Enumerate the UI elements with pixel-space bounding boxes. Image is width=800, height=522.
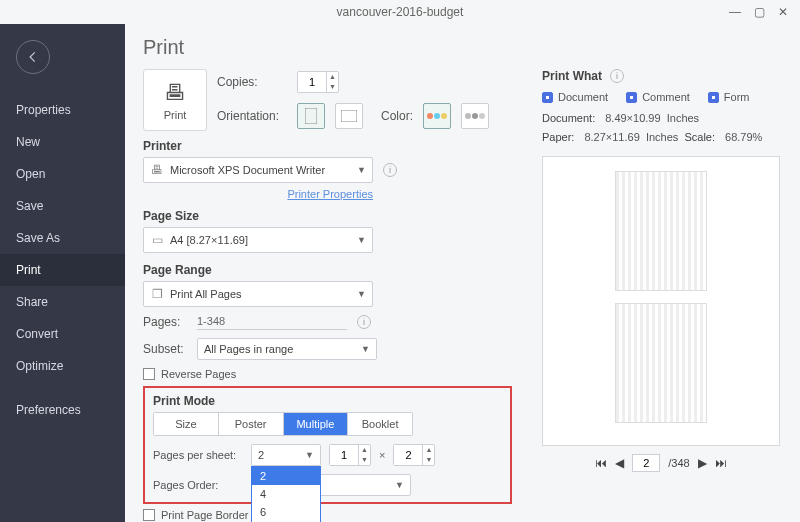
sidebar-item-new[interactable]: New (0, 126, 125, 158)
page-size-section-title: Page Size (143, 209, 512, 223)
chevron-down-icon: ▼ (357, 165, 366, 175)
portrait-icon (305, 108, 317, 124)
option-2[interactable]: 2 (252, 467, 320, 485)
pager-next-button[interactable]: ▶ (698, 456, 707, 470)
tab-poster[interactable]: Poster (219, 413, 284, 435)
print-button[interactable]: 🖶 Print (143, 69, 207, 131)
print-mode-title: Print Mode (153, 394, 502, 408)
color-label: Color: (381, 109, 413, 123)
printer-section-title: Printer (143, 139, 512, 153)
page-icon: ▭ (150, 233, 164, 247)
settings-column: 🖶 Print Copies: ▲▼ Orientation: (143, 69, 512, 522)
spinner-down-icon[interactable]: ▼ (423, 455, 434, 465)
minimize-button[interactable]: — (724, 5, 746, 19)
copies-spinner[interactable]: ▲▼ (297, 71, 339, 93)
page-range-select[interactable]: ❐ Print All Pages ▼ (143, 281, 373, 307)
sidebar-item-share[interactable]: Share (0, 286, 125, 318)
pages-per-sheet-dropdown[interactable]: 2 ▼ 2 4 6 9 16 Custom... (251, 444, 321, 466)
info-icon[interactable]: i (383, 163, 397, 177)
window-title: vancouver-2016-budget (337, 5, 464, 19)
grid-rows-spinner[interactable]: ▲▼ (393, 444, 435, 466)
print-what-comment[interactable]: Comment (626, 91, 690, 103)
main-panel: Print 🖶 Print Copies: ▲▼ (125, 24, 800, 522)
print-page-border-checkbox[interactable]: Print Page Border (143, 509, 512, 521)
sidebar-item-label: New (16, 135, 40, 149)
pages-order-label: Pages Order: (153, 479, 243, 491)
pages-per-sheet-label: Pages per sheet: (153, 449, 243, 461)
pager-total: /348 (668, 457, 689, 469)
sidebar-item-label: Print (16, 263, 41, 277)
pages-input[interactable] (197, 313, 347, 330)
pager-prev-button[interactable]: ◀ (615, 456, 624, 470)
sidebar-item-save-as[interactable]: Save As (0, 222, 125, 254)
subset-select[interactable]: All Pages in range ▼ (197, 338, 377, 360)
preview-page (615, 303, 707, 423)
sidebar-item-label: Properties (16, 103, 71, 117)
sidebar-item-label: Save (16, 199, 43, 213)
tab-booklet[interactable]: Booklet (348, 413, 412, 435)
page-range-value: Print All Pages (170, 288, 351, 300)
spinner-up-icon[interactable]: ▲ (423, 445, 434, 455)
grid-cols-spinner[interactable]: ▲▼ (329, 444, 371, 466)
chevron-down-icon: ▼ (357, 235, 366, 245)
info-icon[interactable]: i (357, 315, 371, 329)
printer-properties-link[interactable]: Printer Properties (287, 188, 373, 200)
spinner-up-icon[interactable]: ▲ (359, 445, 370, 455)
pager-last-button[interactable]: ⏭ (715, 456, 727, 470)
sidebar-item-optimize[interactable]: Optimize (0, 350, 125, 382)
grid-rows-input[interactable] (394, 445, 422, 465)
tab-size[interactable]: Size (154, 413, 219, 435)
sidebar-item-save[interactable]: Save (0, 190, 125, 222)
color-on-button[interactable] (423, 103, 451, 129)
back-button[interactable] (16, 40, 50, 74)
printer-value: Microsoft XPS Document Writer (170, 164, 351, 176)
pages-per-sheet-value: 2 (258, 449, 299, 461)
close-button[interactable]: ✕ (772, 5, 794, 19)
reverse-pages-label: Reverse Pages (161, 368, 236, 380)
svg-rect-0 (305, 108, 317, 124)
color-icon (427, 113, 447, 119)
pages-label: Pages: (143, 315, 187, 329)
option-4[interactable]: 4 (252, 485, 320, 503)
print-what-title: Print What (542, 69, 602, 83)
reverse-pages-checkbox[interactable]: Reverse Pages (143, 368, 512, 380)
print-what-document[interactable]: Document (542, 91, 608, 103)
print-what-form[interactable]: Form (708, 91, 750, 103)
sidebar-item-print[interactable]: Print (0, 254, 125, 286)
print-mode-panel: Print Mode Size Poster Multiple Booklet … (143, 386, 512, 504)
sidebar-item-preferences[interactable]: Preferences (0, 394, 125, 426)
pager-current-input[interactable] (632, 454, 660, 472)
page-size-select[interactable]: ▭ A4 [8.27×11.69] ▼ (143, 227, 373, 253)
pager-first-button[interactable]: ⏮ (595, 456, 607, 470)
sidebar-item-label: Optimize (16, 359, 63, 373)
chevron-down-icon: ▼ (357, 289, 366, 299)
page-size-value: A4 [8.27×11.69] (170, 234, 351, 246)
tab-multiple[interactable]: Multiple (284, 413, 349, 435)
sidebar-item-properties[interactable]: Properties (0, 94, 125, 126)
spinner-down-icon[interactable]: ▼ (359, 455, 370, 465)
sidebar-item-convert[interactable]: Convert (0, 318, 125, 350)
subset-value: All Pages in range (204, 343, 355, 355)
color-off-button[interactable] (461, 103, 489, 129)
orientation-label: Orientation: (217, 109, 287, 123)
sidebar-item-label: Share (16, 295, 48, 309)
printer-icon: 🖶 (164, 80, 186, 106)
spinner-down-icon[interactable]: ▼ (327, 82, 338, 92)
spinner-up-icon[interactable]: ▲ (327, 72, 338, 82)
sidebar-item-open[interactable]: Open (0, 158, 125, 190)
pages-icon: ❐ (150, 287, 164, 301)
sidebar-item-label: Preferences (16, 403, 81, 417)
document-meta: Document:8.49×10.99 Inches Paper:8.27×11… (542, 109, 780, 146)
printer-select[interactable]: 🖶 Microsoft XPS Document Writer ▼ (143, 157, 373, 183)
maximize-button[interactable]: ▢ (748, 5, 770, 19)
nav: Properties New Open Save Save As Print S… (0, 94, 125, 426)
info-icon[interactable]: i (610, 69, 624, 83)
sidebar-item-label: Open (16, 167, 45, 181)
copies-input[interactable] (298, 72, 326, 92)
option-6[interactable]: 6 (252, 503, 320, 521)
print-button-label: Print (164, 109, 187, 121)
grid-cols-input[interactable] (330, 445, 358, 465)
orientation-landscape-button[interactable] (335, 103, 363, 129)
orientation-portrait-button[interactable] (297, 103, 325, 129)
preview-pager: ⏮ ◀ /348 ▶ ⏭ (542, 454, 780, 472)
